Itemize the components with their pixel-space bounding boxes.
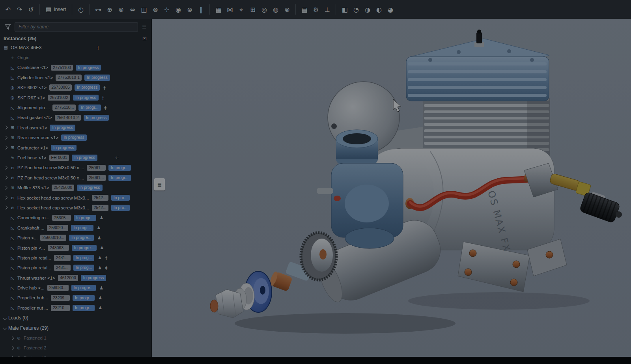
person-icon: ♟ [99,286,103,291]
ground-shadow [235,313,456,334]
tree-row[interactable]: ⊕Fastened 1 [0,333,151,343]
tree-row[interactable]: ◺Piston pin retai...2481...In prog...♟ǂ [0,263,151,273]
tree-row[interactable]: ◎SKF 6902 <1>26730005In progressǂ [0,83,151,93]
bom-icon[interactable]: ▤ [299,4,310,15]
tree-row[interactable]: ◺Head gasket <1>25614010-2In progress [0,113,151,123]
redo-icon[interactable]: ↷ [14,4,25,15]
fastened-mate-icon[interactable]: ⊕ [104,4,115,15]
status-badge: In progre... [72,245,97,251]
revolute-mate-icon[interactable]: ⊚ [115,4,127,15]
filter-funnel-icon[interactable] [5,24,11,30]
expand-chevron[interactable] [4,146,8,150]
ball-mate-icon[interactable]: ◉ [172,4,184,15]
part-number-chip: 27753010-1 [56,75,82,81]
circular-pattern-icon[interactable]: ◎ [258,4,270,15]
drive-hub[interactable] [301,233,336,280]
tree-row[interactable]: ◺Propeller nut ...23210...In progr...♟ [0,303,151,313]
tree-row[interactable]: ◺Propeller hub...23209...In progr...♟ [0,293,151,303]
part-number-chip: 25305... [52,215,71,221]
chevron-gutter [2,166,9,169]
linear-pattern-icon[interactable]: ⊞ [247,4,258,15]
prop-nut[interactable] [216,289,243,318]
tree-section-row[interactable]: Loads (0) [0,313,151,323]
tree-row[interactable]: ⌀PZ Pan head screw M3x0.50 x ...25081...… [0,163,151,173]
list-view-icon[interactable]: ≡ [142,23,147,30]
interference-icon[interactable]: ⚙ [310,4,321,15]
insert-instance-icon[interactable]: ⊡ [142,35,147,41]
measure-icon[interactable]: ⊥ [321,4,333,15]
item-label: Piston pin retai... [17,265,51,270]
hide-others-icon[interactable]: ◑ [362,4,373,15]
replicate-icon[interactable]: ◍ [270,4,281,15]
mate-icon[interactable]: ⊶ [92,4,104,15]
tree-row[interactable]: ∿Fuel hose <1>FH-0001In progress⇐ [0,153,151,162]
status-badge: In progr... [108,165,131,171]
tree-row[interactable]: ▤OS MAX-46FXǂ [0,43,151,52]
cylindrical-mate-icon[interactable]: ⊛ [149,4,161,15]
sync-icon[interactable]: ↺ [25,4,37,15]
part-icon: ◺ [9,286,16,291]
engine-model[interactable]: OS MAX FX [210,30,622,334]
tree-row[interactable]: ⌀Hex socket head cap screw M3x0...2542..… [0,193,151,203]
tree-row[interactable]: ⌖Origin [0,52,151,62]
undo-icon[interactable]: ↶ [2,4,14,15]
insert-button[interactable]: ▤ Insert [43,3,69,16]
tangent-mate-icon[interactable]: ⊜ [184,4,195,15]
tree-row[interactable]: ◺Alignment pin ...2775110...In progr...ǂ [0,103,151,112]
tree-row[interactable]: ⊞Head asm <1>In progress [0,123,151,133]
tree-row[interactable]: ◎SKF R6Z <1>26731002In progressǂ [0,93,151,103]
assembly-tree-toggle-button[interactable]: ≣ [154,178,165,190]
expand-chevron[interactable] [4,186,8,190]
section-view-icon[interactable]: ◧ [339,4,350,15]
expand-chevron[interactable] [4,136,8,140]
tree-row[interactable]: ⊞Carburetor <1>In progress [0,143,151,153]
history-icon[interactable]: ◷ [75,4,86,15]
status-badge: In progr... [71,225,93,231]
filter-input[interactable] [15,22,138,32]
prop-shaft-assembly[interactable] [210,233,336,318]
transparency-icon[interactable]: ◐ [373,4,385,15]
needle-knob[interactable] [579,192,620,223]
tree-row[interactable]: ⌀Hex socket head cap screw M3x0...2542..… [0,203,151,213]
planar-mate-icon[interactable]: ◫ [138,4,149,15]
appearance-icon[interactable]: ◕ [385,4,396,15]
viewport[interactable]: OS MAX FX [152,19,631,357]
expand-chevron[interactable] [4,126,8,130]
tree-row[interactable]: ◺Piston pin <...248063...In progre...♟ [0,243,151,253]
relations-icon[interactable]: ⋈ [224,4,235,15]
glow-plug[interactable] [474,30,484,47]
tree-row[interactable]: ◺Piston <...25603010...In progre...♟ [0,233,151,243]
tree-row[interactable]: ◺Crankshaft ...256020...In progr...♟ [0,223,151,233]
isolate-icon[interactable]: ◔ [350,4,362,15]
tree-list-icon: ≣ [157,181,162,188]
tree-row[interactable]: ⌀PZ Pan head screw M3x0.50 x ...25081...… [0,173,151,183]
tree-row[interactable]: ◺Crankcase <1>27751100In progress [0,63,151,73]
tree-row[interactable]: ⊕Fastened 3 [0,353,151,357]
expand-chevron[interactable] [4,206,8,210]
expand-chevron[interactable] [10,336,14,340]
slider-mate-icon[interactable]: ⇔ [127,4,138,15]
explode-icon[interactable]: ⊗ [281,4,293,15]
screw-icon: ⌀ [9,175,16,180]
tree-row[interactable]: ⊞Rear cover asm <1>In progress [0,133,151,143]
expand-chevron[interactable] [4,176,8,180]
tree-row[interactable]: ⊕Fastened 2 [0,343,151,353]
expand-chevron[interactable] [4,196,8,200]
pin-slot-mate-icon[interactable]: ⊹ [161,4,172,15]
tree-row[interactable]: ◺Thrust washer <1>4612000In progress [0,273,151,283]
expand-chevron[interactable] [10,346,14,350]
3d-viewport-canvas[interactable]: OS MAX FX [152,19,631,357]
expand-chevron[interactable] [3,316,7,320]
group-icon[interactable]: ▦ [213,4,224,15]
tree-section-row[interactable]: Mate Features (29) [0,323,151,333]
mate-connector-icon[interactable]: ⌖ [235,4,247,15]
tree-row[interactable]: ◺Connecting ro...25305...In progr...♟ [0,213,151,223]
tree-row[interactable]: ◺Drive hub <...256080...In progre...♟ [0,283,151,293]
expand-chevron[interactable] [4,166,8,170]
parallel-mate-icon[interactable]: ∥ [195,4,207,15]
cylinder-head[interactable] [406,30,549,101]
tree-row[interactable]: ⊞Muffler 873 <1>25425000In progress [0,183,151,192]
expand-chevron[interactable] [3,326,7,330]
tree-row[interactable]: ◺Piston pin retai...2481...In prog...♟ǂ [0,253,151,263]
tree-row[interactable]: ◺Cylinder liner <1>27753010-1In progress [0,73,151,82]
